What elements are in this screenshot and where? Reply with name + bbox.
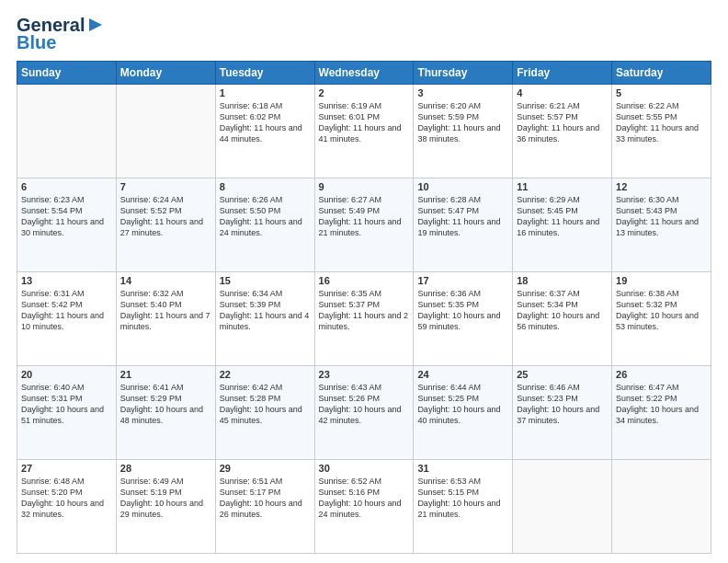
day-content: Sunrise: 6:28 AMSunset: 5:47 PMDaylight:… bbox=[417, 194, 508, 239]
weekday-header-tuesday: Tuesday bbox=[215, 62, 314, 85]
calendar-row-2: 13Sunrise: 6:31 AMSunset: 5:42 PMDayligh… bbox=[17, 272, 711, 366]
svg-marker-0 bbox=[89, 18, 102, 31]
day-number: 21 bbox=[120, 369, 211, 380]
day-content: Sunrise: 6:42 AMSunset: 5:28 PMDaylight:… bbox=[220, 382, 311, 427]
day-number: 2 bbox=[319, 87, 410, 98]
calendar-cell: 19Sunrise: 6:38 AMSunset: 5:32 PMDayligh… bbox=[612, 272, 711, 366]
day-number: 28 bbox=[120, 463, 211, 474]
day-content: Sunrise: 6:52 AMSunset: 5:16 PMDaylight:… bbox=[319, 476, 410, 521]
day-content: Sunrise: 6:36 AMSunset: 5:35 PMDaylight:… bbox=[417, 288, 508, 333]
calendar-cell: 18Sunrise: 6:37 AMSunset: 5:34 PMDayligh… bbox=[513, 272, 612, 366]
calendar-cell: 15Sunrise: 6:34 AMSunset: 5:39 PMDayligh… bbox=[215, 272, 314, 366]
day-content: Sunrise: 6:38 AMSunset: 5:32 PMDaylight:… bbox=[616, 288, 707, 333]
calendar-cell: 20Sunrise: 6:40 AMSunset: 5:31 PMDayligh… bbox=[17, 366, 117, 460]
day-number: 19 bbox=[616, 275, 707, 286]
calendar-cell: 10Sunrise: 6:28 AMSunset: 5:47 PMDayligh… bbox=[414, 178, 513, 272]
day-number: 23 bbox=[319, 369, 410, 380]
calendar-cell: 4Sunrise: 6:21 AMSunset: 5:57 PMDaylight… bbox=[513, 85, 612, 178]
day-number: 5 bbox=[616, 87, 707, 98]
calendar-cell: 9Sunrise: 6:27 AMSunset: 5:49 PMDaylight… bbox=[314, 178, 414, 272]
day-number: 15 bbox=[220, 275, 311, 286]
weekday-header-monday: Monday bbox=[116, 62, 215, 85]
calendar-cell: 28Sunrise: 6:49 AMSunset: 5:19 PMDayligh… bbox=[116, 460, 215, 554]
day-number: 14 bbox=[120, 275, 211, 286]
day-content: Sunrise: 6:43 AMSunset: 5:26 PMDaylight:… bbox=[319, 382, 410, 427]
calendar-cell: 29Sunrise: 6:51 AMSunset: 5:17 PMDayligh… bbox=[215, 460, 314, 554]
day-number: 1 bbox=[220, 87, 311, 98]
calendar-cell: 26Sunrise: 6:47 AMSunset: 5:22 PMDayligh… bbox=[612, 366, 711, 460]
day-content: Sunrise: 6:35 AMSunset: 5:37 PMDaylight:… bbox=[319, 288, 410, 333]
calendar-cell: 6Sunrise: 6:23 AMSunset: 5:54 PMDaylight… bbox=[17, 178, 117, 272]
logo: General Blue bbox=[17, 15, 106, 53]
day-number: 7 bbox=[120, 181, 211, 192]
day-number: 30 bbox=[319, 463, 410, 474]
day-number: 8 bbox=[220, 181, 311, 192]
day-content: Sunrise: 6:32 AMSunset: 5:40 PMDaylight:… bbox=[120, 288, 211, 333]
day-content: Sunrise: 6:21 AMSunset: 5:57 PMDaylight:… bbox=[517, 100, 608, 145]
day-number: 27 bbox=[21, 463, 112, 474]
day-content: Sunrise: 6:51 AMSunset: 5:17 PMDaylight:… bbox=[220, 476, 311, 521]
day-content: Sunrise: 6:48 AMSunset: 5:20 PMDaylight:… bbox=[21, 476, 112, 521]
calendar-cell: 31Sunrise: 6:53 AMSunset: 5:15 PMDayligh… bbox=[414, 460, 513, 554]
day-content: Sunrise: 6:40 AMSunset: 5:31 PMDaylight:… bbox=[21, 382, 112, 427]
day-number: 3 bbox=[417, 87, 508, 98]
day-content: Sunrise: 6:37 AMSunset: 5:34 PMDaylight:… bbox=[517, 288, 608, 333]
calendar-cell: 2Sunrise: 6:19 AMSunset: 6:01 PMDaylight… bbox=[314, 85, 414, 178]
calendar-cell: 7Sunrise: 6:24 AMSunset: 5:52 PMDaylight… bbox=[116, 178, 215, 272]
calendar-cell: 24Sunrise: 6:44 AMSunset: 5:25 PMDayligh… bbox=[414, 366, 513, 460]
calendar-cell: 11Sunrise: 6:29 AMSunset: 5:45 PMDayligh… bbox=[513, 178, 612, 272]
day-content: Sunrise: 6:26 AMSunset: 5:50 PMDaylight:… bbox=[220, 194, 311, 239]
day-content: Sunrise: 6:20 AMSunset: 5:59 PMDaylight:… bbox=[417, 100, 508, 145]
calendar-cell: 23Sunrise: 6:43 AMSunset: 5:26 PMDayligh… bbox=[314, 366, 414, 460]
calendar-cell bbox=[17, 85, 117, 178]
logo-icon bbox=[85, 15, 106, 35]
calendar: SundayMondayTuesdayWednesdayThursdayFrid… bbox=[17, 61, 711, 554]
day-number: 26 bbox=[616, 369, 707, 380]
calendar-cell: 27Sunrise: 6:48 AMSunset: 5:20 PMDayligh… bbox=[17, 460, 117, 554]
day-number: 20 bbox=[21, 369, 112, 380]
weekday-header-row: SundayMondayTuesdayWednesdayThursdayFrid… bbox=[17, 62, 711, 85]
calendar-row-4: 27Sunrise: 6:48 AMSunset: 5:20 PMDayligh… bbox=[17, 460, 711, 554]
calendar-cell: 21Sunrise: 6:41 AMSunset: 5:29 PMDayligh… bbox=[116, 366, 215, 460]
day-number: 9 bbox=[319, 181, 410, 192]
calendar-cell: 25Sunrise: 6:46 AMSunset: 5:23 PMDayligh… bbox=[513, 366, 612, 460]
day-number: 12 bbox=[616, 181, 707, 192]
calendar-cell: 14Sunrise: 6:32 AMSunset: 5:40 PMDayligh… bbox=[116, 272, 215, 366]
calendar-cell: 30Sunrise: 6:52 AMSunset: 5:16 PMDayligh… bbox=[314, 460, 414, 554]
day-content: Sunrise: 6:18 AMSunset: 6:02 PMDaylight:… bbox=[220, 100, 311, 145]
day-number: 29 bbox=[220, 463, 311, 474]
day-content: Sunrise: 6:30 AMSunset: 5:43 PMDaylight:… bbox=[616, 194, 707, 239]
day-number: 18 bbox=[517, 275, 608, 286]
calendar-cell: 5Sunrise: 6:22 AMSunset: 5:55 PMDaylight… bbox=[612, 85, 711, 178]
calendar-row-3: 20Sunrise: 6:40 AMSunset: 5:31 PMDayligh… bbox=[17, 366, 711, 460]
calendar-cell: 1Sunrise: 6:18 AMSunset: 6:02 PMDaylight… bbox=[215, 85, 314, 178]
day-number: 11 bbox=[517, 181, 608, 192]
day-content: Sunrise: 6:53 AMSunset: 5:15 PMDaylight:… bbox=[417, 476, 508, 521]
day-number: 16 bbox=[319, 275, 410, 286]
weekday-header-wednesday: Wednesday bbox=[314, 62, 414, 85]
day-content: Sunrise: 6:34 AMSunset: 5:39 PMDaylight:… bbox=[220, 288, 311, 333]
calendar-cell bbox=[513, 460, 612, 554]
day-number: 6 bbox=[21, 181, 112, 192]
day-number: 13 bbox=[21, 275, 112, 286]
day-content: Sunrise: 6:24 AMSunset: 5:52 PMDaylight:… bbox=[120, 194, 211, 239]
calendar-cell: 12Sunrise: 6:30 AMSunset: 5:43 PMDayligh… bbox=[612, 178, 711, 272]
day-content: Sunrise: 6:29 AMSunset: 5:45 PMDaylight:… bbox=[517, 194, 608, 239]
day-content: Sunrise: 6:27 AMSunset: 5:49 PMDaylight:… bbox=[319, 194, 410, 239]
calendar-cell: 8Sunrise: 6:26 AMSunset: 5:50 PMDaylight… bbox=[215, 178, 314, 272]
calendar-cell: 22Sunrise: 6:42 AMSunset: 5:28 PMDayligh… bbox=[215, 366, 314, 460]
day-content: Sunrise: 6:23 AMSunset: 5:54 PMDaylight:… bbox=[21, 194, 112, 239]
day-number: 17 bbox=[417, 275, 508, 286]
day-content: Sunrise: 6:19 AMSunset: 6:01 PMDaylight:… bbox=[319, 100, 410, 145]
day-content: Sunrise: 6:46 AMSunset: 5:23 PMDaylight:… bbox=[517, 382, 608, 427]
day-content: Sunrise: 6:22 AMSunset: 5:55 PMDaylight:… bbox=[616, 100, 707, 145]
calendar-cell: 17Sunrise: 6:36 AMSunset: 5:35 PMDayligh… bbox=[414, 272, 513, 366]
day-content: Sunrise: 6:41 AMSunset: 5:29 PMDaylight:… bbox=[120, 382, 211, 427]
day-content: Sunrise: 6:49 AMSunset: 5:19 PMDaylight:… bbox=[120, 476, 211, 521]
day-number: 4 bbox=[517, 87, 608, 98]
day-number: 22 bbox=[220, 369, 311, 380]
weekday-header-sunday: Sunday bbox=[17, 62, 117, 85]
day-content: Sunrise: 6:31 AMSunset: 5:42 PMDaylight:… bbox=[21, 288, 112, 333]
weekday-header-saturday: Saturday bbox=[612, 62, 711, 85]
calendar-row-0: 1Sunrise: 6:18 AMSunset: 6:02 PMDaylight… bbox=[17, 85, 711, 178]
